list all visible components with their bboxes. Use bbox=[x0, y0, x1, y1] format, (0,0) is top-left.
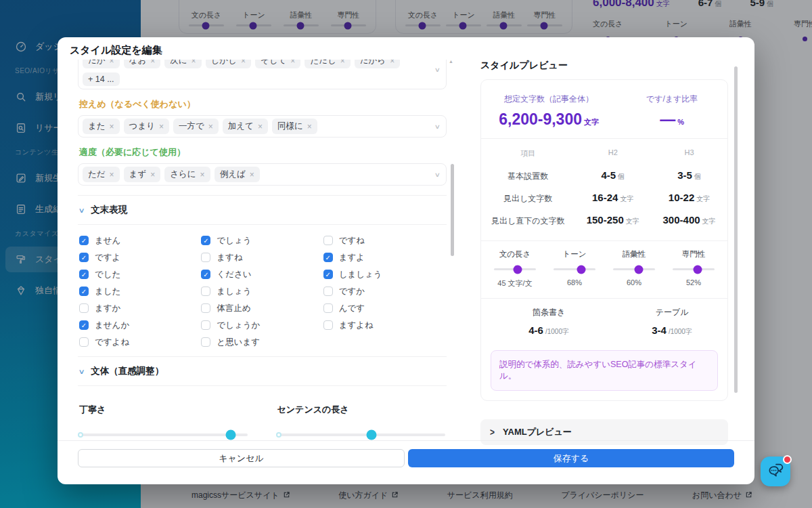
checkbox-label: でしょう bbox=[217, 235, 251, 247]
tag-chip: だが× bbox=[83, 60, 120, 68]
tag-chip: なお× bbox=[124, 60, 161, 68]
scroll-up-icon[interactable]: ▲ bbox=[449, 59, 453, 64]
preview-blocks: 箇条書き4-6/1000字テーブル3-4/1000字 bbox=[481, 299, 727, 342]
slider-track[interactable] bbox=[554, 268, 595, 270]
ending-checkbox[interactable]: ✓ますよ bbox=[323, 250, 445, 265]
remove-chip-icon[interactable]: × bbox=[200, 170, 205, 179]
remove-chip-icon[interactable]: × bbox=[250, 170, 254, 179]
tag-chip-label: 同様に bbox=[277, 121, 303, 132]
checkbox-label: ますよね bbox=[339, 320, 374, 331]
conjunction-select-moderate[interactable]: ただ×まず×さらに×例えば× ∨ bbox=[78, 163, 447, 186]
more-chips-badge[interactable]: + 14 ... bbox=[83, 72, 120, 86]
slider-start-marker bbox=[276, 432, 281, 438]
preview-slider: 語彙性60% bbox=[604, 249, 664, 289]
section-sentence-endings[interactable]: ∨ 文末表現 bbox=[78, 196, 447, 225]
remove-chip-icon[interactable]: × bbox=[307, 122, 312, 131]
tag-chip: ただ× bbox=[83, 167, 120, 182]
table-value-cell: 150-250文字 bbox=[574, 210, 651, 232]
block-label: テーブル bbox=[616, 307, 727, 318]
preview-slider: 文の長さ45 文字/文 bbox=[485, 249, 545, 289]
save-button[interactable]: 保存する bbox=[408, 449, 734, 467]
slider-track[interactable] bbox=[494, 268, 536, 270]
ending-checkbox[interactable]: ✓でしょう bbox=[201, 233, 323, 248]
tag-chip-label: 加えて bbox=[228, 121, 254, 132]
remove-chip-icon[interactable]: × bbox=[290, 60, 295, 66]
form-scrollbar[interactable] bbox=[451, 164, 454, 256]
section-style-adjust[interactable]: ∨ 文体（直感調整） bbox=[78, 356, 447, 386]
tag-chip-label: そして bbox=[261, 60, 286, 66]
ending-checkbox[interactable]: ✓ください bbox=[201, 267, 323, 282]
remove-chip-icon[interactable]: × bbox=[159, 122, 164, 131]
table-header-cell: H3 bbox=[651, 146, 727, 165]
remove-chip-icon[interactable]: × bbox=[241, 60, 246, 66]
ending-checkbox[interactable]: 体言止め bbox=[201, 301, 323, 316]
stat-label: です/ます比率 bbox=[616, 93, 727, 105]
ending-checkbox[interactable]: ✓でした bbox=[79, 267, 201, 282]
remove-chip-icon[interactable]: × bbox=[191, 60, 196, 66]
remove-chip-icon[interactable]: × bbox=[110, 122, 114, 131]
slider-thumb[interactable] bbox=[225, 430, 235, 440]
tag-chip-label: まず bbox=[129, 169, 147, 180]
chat-widget-button[interactable] bbox=[761, 457, 790, 486]
remove-chip-icon[interactable]: × bbox=[340, 60, 345, 66]
ending-checkbox[interactable]: んです bbox=[323, 301, 445, 316]
checkbox-checked-icon: ✓ bbox=[79, 236, 89, 245]
checkbox-label: ですよね bbox=[95, 337, 129, 348]
remove-chip-icon[interactable]: × bbox=[258, 122, 263, 131]
ending-checkbox[interactable]: ✓しましょう bbox=[323, 267, 445, 282]
remove-chip-icon[interactable]: × bbox=[208, 122, 213, 131]
remove-chip-icon[interactable]: × bbox=[150, 60, 155, 66]
checkbox-label: ください bbox=[217, 269, 251, 280]
ending-checkbox[interactable]: ✓ました bbox=[79, 284, 201, 299]
ending-checkbox[interactable]: ✓ですよ bbox=[79, 250, 201, 265]
slider-thumb[interactable] bbox=[514, 265, 522, 274]
style-preview-panel: スタイルプレビュー 想定文字数（記事全体）6,200-9,300文字です/ます比… bbox=[480, 60, 728, 445]
tag-chip-label: つまり bbox=[129, 121, 155, 132]
slider-track[interactable] bbox=[277, 433, 446, 436]
chevron-down-icon: ∨ bbox=[434, 123, 441, 130]
tag-chip-label: だが bbox=[88, 60, 106, 66]
ending-checkbox[interactable]: ますね bbox=[201, 250, 323, 265]
ending-checkbox[interactable]: ですよね bbox=[79, 335, 201, 350]
conjunction-select-top[interactable]: だが×なお×次に×しかし×そして×ただし×だから×+ 14 ... ∨ bbox=[78, 60, 447, 89]
remove-chip-icon[interactable]: × bbox=[110, 60, 114, 66]
ending-checkbox[interactable]: ✓ませんか bbox=[79, 318, 201, 333]
cancel-button[interactable]: キャンセル bbox=[78, 449, 405, 467]
tag-chip-label: また bbox=[88, 121, 106, 132]
checkbox-checked-icon: ✓ bbox=[323, 270, 333, 279]
slider-thumb[interactable] bbox=[635, 265, 644, 274]
ending-checkbox[interactable]: ですね bbox=[323, 233, 445, 248]
adjust-slider: 丁寧さ常体です/ます bbox=[79, 404, 248, 440]
checkbox-label: しましょう bbox=[339, 269, 382, 280]
block-value: 3-4/1000字 bbox=[616, 324, 727, 337]
tag-chip-label: 一方で bbox=[179, 121, 204, 132]
slider-track[interactable] bbox=[79, 433, 248, 436]
checkbox-label: ました bbox=[95, 286, 120, 297]
checkbox-label: でした bbox=[95, 269, 120, 280]
slider-label: トーン bbox=[562, 249, 586, 259]
ending-checkbox[interactable]: と思います bbox=[201, 335, 323, 350]
slider-thumb[interactable] bbox=[577, 265, 585, 274]
table-row-label: 見出し文字数 bbox=[481, 188, 574, 210]
style-adjust-sliders: 丁寧さ常体です/ますセンテンスの長さ短い長い bbox=[78, 386, 447, 440]
slider-track[interactable] bbox=[673, 268, 715, 270]
slider-thumb[interactable] bbox=[366, 430, 376, 440]
ending-checkbox[interactable]: ますよね bbox=[323, 318, 445, 333]
preview-scrollbar[interactable] bbox=[734, 66, 738, 393]
ending-checkbox[interactable]: ましょう bbox=[201, 284, 323, 299]
remove-chip-icon[interactable]: × bbox=[150, 170, 155, 179]
slider-thumb[interactable] bbox=[694, 265, 702, 274]
preview-card: 想定文字数（記事全体）6,200-9,300文字です/ます比率—% 項目H2H3… bbox=[480, 79, 728, 401]
ending-checkbox[interactable]: ますか bbox=[79, 301, 201, 316]
checkbox-label: でしょうか bbox=[217, 320, 260, 331]
ending-checkbox[interactable]: ✓ません bbox=[79, 233, 201, 248]
remove-chip-icon[interactable]: × bbox=[110, 170, 114, 179]
tag-chip-label: だから bbox=[360, 60, 386, 66]
ending-checkbox[interactable]: でしょうか bbox=[201, 318, 323, 333]
conjunction-select-sparse[interactable]: また×つまり×一方で×加えて×同様に× ∨ bbox=[78, 115, 447, 137]
remove-chip-icon[interactable]: × bbox=[390, 60, 394, 66]
slider-track[interactable] bbox=[613, 268, 655, 270]
checkbox-label: ですか bbox=[339, 286, 365, 297]
ending-checkbox[interactable]: ですか bbox=[323, 284, 445, 299]
tag-chip: 一方で× bbox=[173, 119, 219, 134]
